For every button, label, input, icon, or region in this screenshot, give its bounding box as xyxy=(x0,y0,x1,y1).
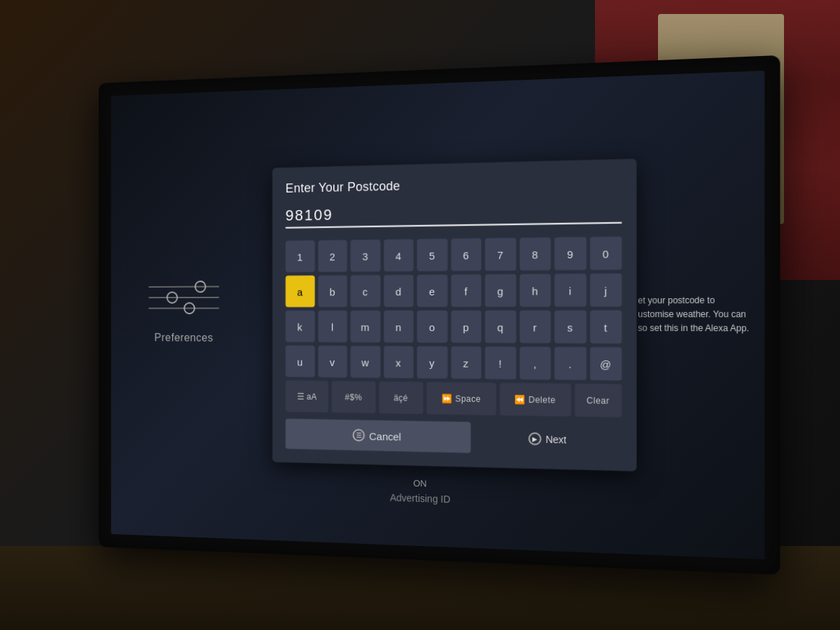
key-0[interactable]: 0 xyxy=(589,237,622,270)
key-v[interactable]: v xyxy=(318,346,347,378)
keyboard-area: 1 2 3 4 5 6 7 8 9 0 a b xyxy=(286,237,622,456)
advertising-id-label: Advertising ID xyxy=(390,492,450,505)
key-p[interactable]: p xyxy=(451,310,482,342)
clear-label: Clear xyxy=(587,396,610,406)
aa-label: aA xyxy=(307,391,317,401)
tv-outer: Preferences et your postcode to ustomise… xyxy=(99,55,780,575)
next-button[interactable]: ▶ Next xyxy=(475,422,622,456)
accents-label: äçé xyxy=(393,393,408,402)
slider-row-1 xyxy=(148,286,218,287)
space-icon: ⏩ xyxy=(442,393,452,403)
key-period[interactable]: . xyxy=(554,347,586,381)
slider-knob-3 xyxy=(183,302,195,314)
key-e[interactable]: e xyxy=(417,274,447,307)
slider-knob-1 xyxy=(194,281,206,293)
key-accents[interactable]: äçé xyxy=(379,382,423,414)
key-6[interactable]: 6 xyxy=(451,238,482,271)
key-9[interactable]: 9 xyxy=(554,237,586,270)
cancel-icon: ☰ xyxy=(353,429,365,442)
on-label: ON xyxy=(390,477,450,489)
key-at[interactable]: @ xyxy=(589,347,622,381)
info-line-3: so set this in the Alexa App. xyxy=(638,322,749,336)
special-row: ☰ aA #$% äçé ⏩ Space xyxy=(286,380,622,417)
key-k[interactable]: k xyxy=(286,311,314,342)
key-d[interactable]: d xyxy=(384,275,414,307)
key-b[interactable]: b xyxy=(318,275,347,307)
delete-icon: ⏪ xyxy=(514,394,526,404)
cancel-label: Cancel xyxy=(369,430,401,442)
space-label: Space xyxy=(455,393,481,404)
key-2[interactable]: 2 xyxy=(318,240,347,272)
key-q[interactable]: q xyxy=(485,310,516,343)
key-7[interactable]: 7 xyxy=(485,238,516,271)
key-space[interactable]: ⏩ Space xyxy=(426,382,496,416)
cancel-button[interactable]: ☰ Cancel xyxy=(286,419,471,453)
tv-environment: Preferences et your postcode to ustomise… xyxy=(0,0,840,630)
key-t[interactable]: t xyxy=(589,310,622,344)
preferences-panel: Preferences xyxy=(148,286,218,344)
key-z[interactable]: z xyxy=(451,346,482,379)
slider-line-2 xyxy=(148,297,218,298)
key-symbols[interactable]: #$% xyxy=(332,381,375,413)
info-line-2: ustomise weather. You can xyxy=(638,308,749,322)
key-r[interactable]: r xyxy=(519,310,551,343)
key-8[interactable]: 8 xyxy=(519,237,551,270)
key-clear[interactable]: Clear xyxy=(575,384,622,417)
key-f[interactable]: f xyxy=(451,274,482,307)
preferences-label: Preferences xyxy=(155,332,214,344)
number-row: 1 2 3 4 5 6 7 8 9 0 xyxy=(286,237,622,272)
key-exclamation[interactable]: ! xyxy=(485,346,516,379)
dialog-title: Enter Your Postcode xyxy=(286,174,622,196)
info-text-panel: et your postcode to ustomise weather. Yo… xyxy=(638,294,749,337)
key-c[interactable]: c xyxy=(351,275,380,307)
next-icon: ▶ xyxy=(528,432,542,445)
key-s[interactable]: s xyxy=(554,310,586,343)
key-delete[interactable]: ⏪ Delete xyxy=(500,383,571,416)
letters-row-2: k l m n o p q r s t xyxy=(286,310,622,344)
keyboard-dialog: Enter Your Postcode 1 2 3 4 5 6 7 8 9 0 xyxy=(272,159,636,472)
key-j[interactable]: j xyxy=(589,274,622,307)
key-aa[interactable]: ☰ aA xyxy=(286,380,328,412)
slider-row-3 xyxy=(148,307,218,309)
key-i[interactable]: i xyxy=(554,274,586,307)
slider-line-1 xyxy=(148,286,218,287)
key-h[interactable]: h xyxy=(519,274,551,307)
key-a[interactable]: a xyxy=(286,276,314,307)
next-label: Next xyxy=(545,433,566,445)
key-l[interactable]: l xyxy=(318,311,347,342)
slider-row-2 xyxy=(148,297,218,298)
key-comma[interactable]: , xyxy=(519,346,551,379)
slider-knob-2 xyxy=(166,291,177,303)
key-y[interactable]: y xyxy=(417,346,447,378)
key-1[interactable]: 1 xyxy=(286,240,314,272)
info-line-1: et your postcode to xyxy=(638,294,749,308)
key-x[interactable]: x xyxy=(384,346,414,378)
key-u[interactable]: u xyxy=(286,345,314,377)
letters-row-1: a b c d e f g h i j xyxy=(286,274,622,307)
symbols-label: #$% xyxy=(345,392,363,402)
menu-icon: ☰ xyxy=(297,391,304,401)
key-w[interactable]: w xyxy=(351,346,380,378)
bottom-info: ON Advertising ID xyxy=(390,477,450,505)
bottom-actions: ☰ Cancel ▶ Next xyxy=(286,419,622,456)
delete-label: Delete xyxy=(528,395,556,405)
key-m[interactable]: m xyxy=(351,311,380,343)
tv-screen: Preferences et your postcode to ustomise… xyxy=(111,71,765,559)
key-n[interactable]: n xyxy=(384,311,414,343)
key-g[interactable]: g xyxy=(485,274,516,307)
key-o[interactable]: o xyxy=(417,310,447,342)
key-3[interactable]: 3 xyxy=(351,239,380,272)
letters-row-3: u v w x y z ! , . @ xyxy=(286,345,622,380)
slider-icons xyxy=(148,286,218,309)
key-5[interactable]: 5 xyxy=(417,239,447,272)
key-4[interactable]: 4 xyxy=(384,239,414,272)
postcode-input[interactable] xyxy=(286,197,622,228)
